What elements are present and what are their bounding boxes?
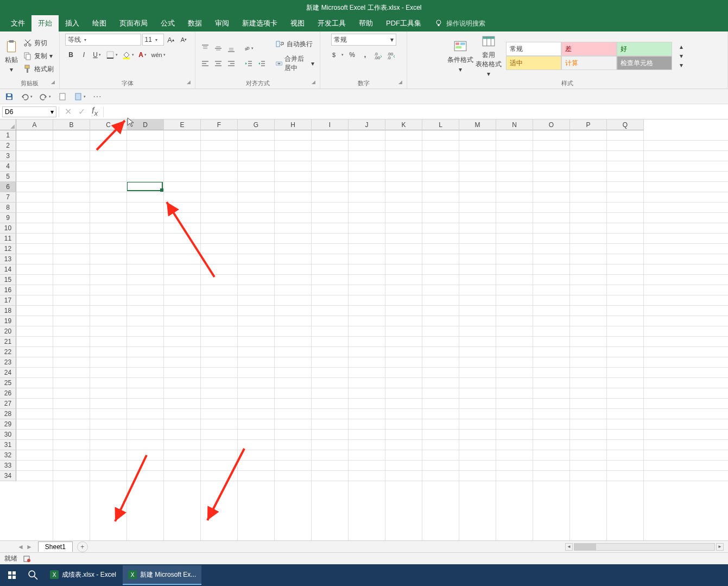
horizontal-scrollbar[interactable]: ◄ ► [565, 543, 728, 551]
row-header[interactable]: 33 [0, 461, 16, 471]
row-header[interactable]: 17 [0, 295, 16, 306]
select-all-corner[interactable] [0, 119, 16, 130]
row-header[interactable]: 3 [0, 151, 16, 161]
row-header[interactable]: 19 [0, 316, 16, 326]
column-header[interactable]: D [127, 119, 164, 130]
tab-developer[interactable]: 开发工具 [311, 15, 352, 31]
cut-button[interactable]: 剪切 [21, 37, 49, 49]
row-header[interactable]: 30 [0, 430, 16, 440]
tell-me-search[interactable]: 操作说明搜索 [434, 19, 485, 28]
tab-help[interactable]: 帮助 [352, 15, 379, 31]
decrease-font-button[interactable]: A▾ [178, 34, 190, 46]
row-header[interactable]: 14 [0, 264, 16, 275]
macro-record-icon[interactable] [23, 555, 31, 563]
comma-button[interactable]: , [359, 49, 371, 61]
tab-home[interactable]: 开始 [31, 15, 59, 31]
tab-draw[interactable]: 绘图 [86, 15, 113, 31]
paste-button[interactable]: 粘贴 ▾ [4, 39, 19, 73]
underline-button[interactable]: U▾ [91, 49, 103, 61]
column-header[interactable]: F [201, 119, 238, 130]
search-button[interactable] [23, 564, 43, 586]
column-header[interactable]: E [164, 119, 201, 130]
scroll-track[interactable] [574, 543, 715, 551]
border-button[interactable]: ▾ [104, 49, 119, 61]
dialog-launcher-icon[interactable]: ◢ [51, 79, 55, 85]
column-header[interactable]: P [570, 119, 607, 130]
row-header[interactable]: 9 [0, 213, 16, 223]
orientation-button[interactable]: ab▾ [242, 42, 255, 54]
column-header[interactable]: Q [607, 119, 644, 130]
column-header[interactable]: L [422, 119, 459, 130]
scroll-left-button[interactable]: ◄ [565, 543, 573, 551]
enter-formula-button[interactable]: ✓ [78, 106, 85, 117]
increase-indent-button[interactable] [255, 58, 268, 70]
tab-data[interactable]: 数据 [181, 15, 208, 31]
undo-button[interactable]: ▾ [20, 91, 34, 103]
qat-custom2-button[interactable]: ▾ [73, 91, 87, 103]
style-check-cell[interactable]: 检查单元格 [617, 56, 672, 70]
row-header[interactable]: 8 [0, 203, 16, 213]
tab-pdf[interactable]: PDF工具集 [379, 15, 428, 31]
style-gallery-down[interactable]: ▾ [675, 52, 687, 61]
row-header[interactable]: 27 [0, 399, 16, 409]
increase-font-button[interactable]: A▴ [165, 34, 177, 46]
row-header[interactable]: 28 [0, 409, 16, 419]
font-size-dropdown[interactable]: 11▾ [142, 34, 164, 46]
column-header[interactable]: A [16, 119, 53, 130]
align-top-button[interactable] [199, 42, 212, 54]
scroll-thumb[interactable] [574, 544, 596, 550]
redo-button[interactable]: ▾ [38, 91, 52, 103]
tab-insert[interactable]: 插入 [59, 15, 86, 31]
style-gallery-more[interactable]: ▾ [675, 61, 687, 70]
percent-button[interactable]: % [346, 49, 358, 61]
column-header[interactable]: G [238, 119, 275, 130]
row-header[interactable]: 12 [0, 244, 16, 254]
column-header[interactable]: C [90, 119, 127, 130]
tab-formulas[interactable]: 公式 [154, 15, 181, 31]
tab-review[interactable]: 审阅 [208, 15, 236, 31]
style-neutral[interactable]: 适中 [506, 56, 561, 70]
row-header[interactable]: 5 [0, 172, 16, 182]
dialog-launcher-icon[interactable]: ◢ [398, 79, 402, 85]
row-header[interactable]: 4 [0, 161, 16, 172]
fill-color-button[interactable]: ▾ [121, 49, 136, 61]
row-header[interactable]: 34 [0, 471, 16, 481]
row-header[interactable]: 11 [0, 234, 16, 244]
row-header[interactable]: 10 [0, 223, 16, 234]
sheet-nav-prev[interactable]: ◄ [17, 543, 24, 551]
decrease-indent-button[interactable] [242, 58, 255, 70]
worksheet-grid[interactable]: ABCDEFGHIJKLMNOPQ 1234567891011121314151… [0, 119, 728, 540]
scroll-right-button[interactable]: ► [716, 543, 724, 551]
number-format-dropdown[interactable]: 常规▾ [331, 34, 396, 46]
taskbar-app-2[interactable]: X 新建 Microsoft Ex... [123, 565, 201, 585]
row-header[interactable]: 20 [0, 326, 16, 337]
start-button[interactable] [2, 564, 22, 586]
insert-function-button[interactable]: fx [92, 106, 98, 117]
wrap-text-button[interactable]: 自动换行 [274, 39, 316, 50]
align-right-button[interactable] [225, 58, 238, 70]
taskbar-app-1[interactable]: X 成绩表.xlsx - Excel [45, 565, 122, 585]
row-header[interactable]: 16 [0, 285, 16, 295]
style-good[interactable]: 好 [617, 42, 672, 56]
qat-custom1-button[interactable] [56, 91, 68, 103]
column-header[interactable]: I [312, 119, 349, 130]
row-header[interactable]: 18 [0, 306, 16, 316]
dialog-launcher-icon[interactable]: ◢ [187, 79, 191, 85]
new-sheet-button[interactable]: + [77, 541, 88, 552]
style-bad[interactable]: 差 [561, 42, 617, 56]
align-bottom-button[interactable] [225, 42, 238, 54]
row-header[interactable]: 24 [0, 368, 16, 378]
font-color-button[interactable]: A▾ [137, 49, 149, 61]
dialog-launcher-icon[interactable]: ◢ [312, 79, 315, 85]
copy-button[interactable]: 复制▾ [21, 51, 55, 62]
italic-button[interactable]: I [78, 49, 90, 61]
tab-view[interactable]: 视图 [284, 15, 311, 31]
column-header[interactable]: M [459, 119, 496, 130]
row-header[interactable]: 22 [0, 347, 16, 357]
qat-customize-button[interactable]: ⋯ [91, 91, 103, 103]
align-center-button[interactable] [212, 58, 225, 70]
column-header[interactable]: K [385, 119, 422, 130]
style-normal[interactable]: 常规 [506, 42, 561, 56]
row-header[interactable]: 23 [0, 357, 16, 368]
save-button[interactable] [3, 91, 15, 103]
